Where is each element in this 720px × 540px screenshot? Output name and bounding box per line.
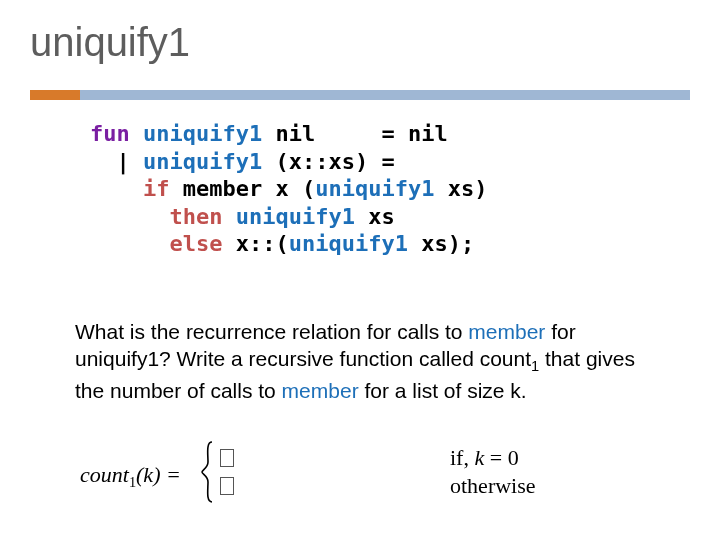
eq-count: count (80, 462, 129, 487)
condition-2: otherwise (450, 472, 536, 500)
case-value-2 (220, 472, 234, 500)
q-subscript: 1 (531, 358, 539, 374)
blank-box-icon (220, 477, 234, 495)
code-text: xs); (408, 231, 474, 256)
code-indent (90, 204, 169, 229)
fn-uniquify1: uniquify1 (222, 204, 354, 229)
equation-cases (220, 444, 234, 500)
code-indent (90, 176, 143, 201)
slide-title: uniquify1 (30, 20, 190, 65)
keyword-if: if (143, 176, 170, 201)
fn-uniquify1: uniquify1 (289, 231, 408, 256)
keyword-else: else (169, 231, 222, 256)
left-brace-icon (200, 440, 216, 504)
title-rule (0, 90, 720, 100)
slide: uniquify1 fun uniquify1 nil = nil | uniq… (0, 0, 720, 540)
cond-otherwise: otherwise (450, 473, 536, 498)
fn-uniquify1: uniquify1 (315, 176, 434, 201)
q-member-ref: member (468, 320, 545, 343)
fn-uniquify1: uniquify1 (130, 149, 262, 174)
equation-block: count1(k) = if, k = 0 otherwise (80, 440, 670, 510)
blank-box-icon (220, 449, 234, 467)
equation-conditions: if, k = 0 otherwise (450, 444, 536, 500)
equation-lhs: count1(k) = (80, 462, 181, 491)
code-text: member x ( (169, 176, 315, 201)
condition-1: if, k = 0 (450, 444, 536, 472)
code-text: (x::xs) = (262, 149, 394, 174)
q-text: What is the recurrence relation for call… (75, 320, 468, 343)
q-text: for a list of size k. (359, 379, 527, 402)
code-text: x::( (222, 231, 288, 256)
rule-accent-orange (30, 90, 80, 100)
question-text: What is the recurrence relation for call… (75, 318, 660, 404)
fn-uniquify1: uniquify1 (143, 121, 262, 146)
code-indent (90, 231, 169, 256)
eq-subscript: 1 (129, 474, 136, 490)
code-text: xs (355, 204, 395, 229)
code-block: fun uniquify1 nil = nil | uniquify1 (x::… (90, 120, 487, 258)
keyword-then: then (169, 204, 222, 229)
eq-arg: (k) = (136, 462, 181, 487)
keyword-fun: fun (90, 121, 130, 146)
code-text: nil = nil (262, 121, 447, 146)
code-bar: | (90, 149, 130, 174)
case-value-1 (220, 444, 234, 472)
rule-accent-blue (80, 90, 690, 100)
cond-rest: = 0 (484, 445, 518, 470)
code-text: xs) (434, 176, 487, 201)
q-member-ref: member (282, 379, 359, 402)
cond-k: k (474, 445, 484, 470)
cond-if: if, (450, 445, 474, 470)
